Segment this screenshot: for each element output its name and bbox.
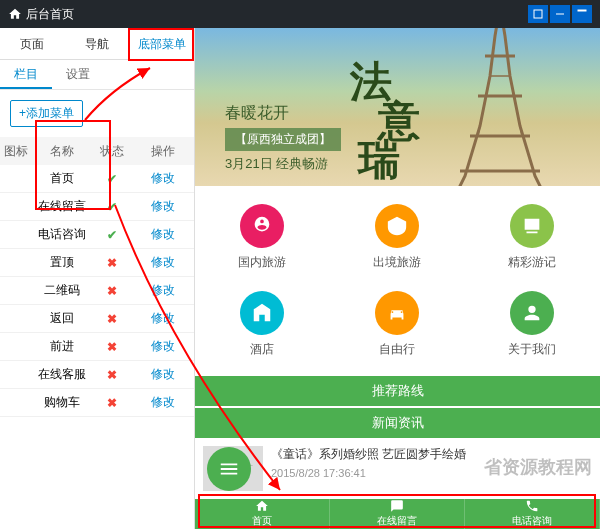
table-row: 电话咨询 ✔ 修改 xyxy=(0,221,194,249)
grid-icon xyxy=(240,291,284,335)
row-name: 电话咨询 xyxy=(32,226,92,243)
grid-label: 出境旅游 xyxy=(330,254,465,271)
feature-grid: 国内旅游出境旅游精彩游记酒店自由行关于我们 xyxy=(195,186,600,376)
table-row: 二维码 ✖ 修改 xyxy=(0,277,194,305)
grid-icon xyxy=(375,204,419,248)
edit-link[interactable]: 修改 xyxy=(151,395,175,409)
home-icon xyxy=(8,7,22,21)
fab-menu-button[interactable] xyxy=(207,447,251,491)
row-status: ✖ xyxy=(92,368,132,382)
table-row: 购物车 ✖ 修改 xyxy=(0,389,194,417)
table-row: 在线客服 ✖ 修改 xyxy=(0,361,194,389)
grid-cell[interactable]: 自由行 xyxy=(330,281,465,368)
table-row: 返回 ✖ 修改 xyxy=(0,305,194,333)
svg-rect-0 xyxy=(534,10,542,18)
tab-page[interactable]: 页面 xyxy=(0,28,65,59)
edit-link[interactable]: 修改 xyxy=(151,311,175,325)
grid-icon xyxy=(510,204,554,248)
home-label: 后台首页 xyxy=(26,6,74,23)
grid-cell[interactable]: 关于我们 xyxy=(465,281,600,368)
highlight-box-3 xyxy=(198,494,596,528)
hdr-icon: 图标 xyxy=(0,143,32,160)
row-name: 二维码 xyxy=(32,282,92,299)
row-name: 返回 xyxy=(32,310,92,327)
edit-link[interactable]: 修改 xyxy=(151,367,175,381)
grid-icon xyxy=(375,291,419,335)
menu-icon xyxy=(218,458,240,480)
window-actions xyxy=(528,5,592,23)
grid-label: 自由行 xyxy=(330,341,465,358)
tab-column[interactable]: 栏目 xyxy=(0,60,52,89)
grid-label: 精彩游记 xyxy=(465,254,600,271)
grid-cell[interactable]: 酒店 xyxy=(195,281,330,368)
action-button-3[interactable] xyxy=(572,5,592,23)
watermark: 省资源教程网 xyxy=(484,455,592,479)
tab-settings[interactable]: 设置 xyxy=(52,60,104,89)
banner-text-block: 春暖花开 【原西独立成团】 3月21日 经典畅游 xyxy=(225,103,341,173)
highlight-box-1 xyxy=(128,28,194,61)
tabs-sub: 栏目 设置 xyxy=(0,60,194,90)
row-status: ✖ xyxy=(92,340,132,354)
row-name: 在线客服 xyxy=(32,366,92,383)
edit-link[interactable]: 修改 xyxy=(151,283,175,297)
row-name: 购物车 xyxy=(32,394,92,411)
row-status: ✖ xyxy=(92,256,132,270)
row-name: 置顶 xyxy=(32,254,92,271)
highlight-box-2 xyxy=(35,120,111,210)
banner-date: 3月21日 经典畅游 xyxy=(225,155,341,173)
eiffel-tower-icon xyxy=(430,28,570,186)
row-name: 前进 xyxy=(32,338,92,355)
edit-link[interactable]: 修改 xyxy=(151,339,175,353)
grid-cell[interactable]: 精彩游记 xyxy=(465,194,600,281)
row-status: ✖ xyxy=(92,396,132,410)
edit-link[interactable]: 修改 xyxy=(151,227,175,241)
edit-link[interactable]: 修改 xyxy=(151,199,175,213)
banner[interactable]: 法 意 瑞 春暖花开 【原西独立成团】 3月21日 经典畅游 xyxy=(195,28,600,186)
table-row: 前进 ✖ 修改 xyxy=(0,333,194,361)
row-status: ✖ xyxy=(92,312,132,326)
top-bar: 后台首页 xyxy=(0,0,600,28)
grid-icon xyxy=(510,291,554,335)
edit-link[interactable]: 修改 xyxy=(151,255,175,269)
grid-label: 国内旅游 xyxy=(195,254,330,271)
grid-label: 酒店 xyxy=(195,341,330,358)
row-status: ✔ xyxy=(92,228,132,242)
tab-nav[interactable]: 导航 xyxy=(65,28,130,59)
grid-cell[interactable]: 国内旅游 xyxy=(195,194,330,281)
preview-pane: 法 意 瑞 春暖花开 【原西独立成团】 3月21日 经典畅游 国内旅游出境旅游精… xyxy=(195,28,600,529)
table-row: 置顶 ✖ 修改 xyxy=(0,249,194,277)
grid-label: 关于我们 xyxy=(465,341,600,358)
banner-big-text: 法 意 瑞 xyxy=(350,63,420,179)
sidebar: 页面 导航 底部菜单 栏目 设置 +添加菜单 图标 名称 状态 操作 首页 ✔ … xyxy=(0,28,195,529)
row-status: ✖ xyxy=(92,284,132,298)
section-news[interactable]: 新闻资讯 xyxy=(195,408,600,438)
edit-link[interactable]: 修改 xyxy=(151,171,175,185)
action-button-1[interactable] xyxy=(528,5,548,23)
grid-icon xyxy=(240,204,284,248)
section-routes[interactable]: 推荐路线 xyxy=(195,376,600,406)
hdr-op: 操作 xyxy=(132,143,194,160)
action-button-2[interactable] xyxy=(550,5,570,23)
grid-cell[interactable]: 出境旅游 xyxy=(330,194,465,281)
svg-rect-1 xyxy=(556,14,564,15)
banner-ribbon: 【原西独立成团】 xyxy=(225,128,341,151)
home-link[interactable]: 后台首页 xyxy=(8,6,74,23)
